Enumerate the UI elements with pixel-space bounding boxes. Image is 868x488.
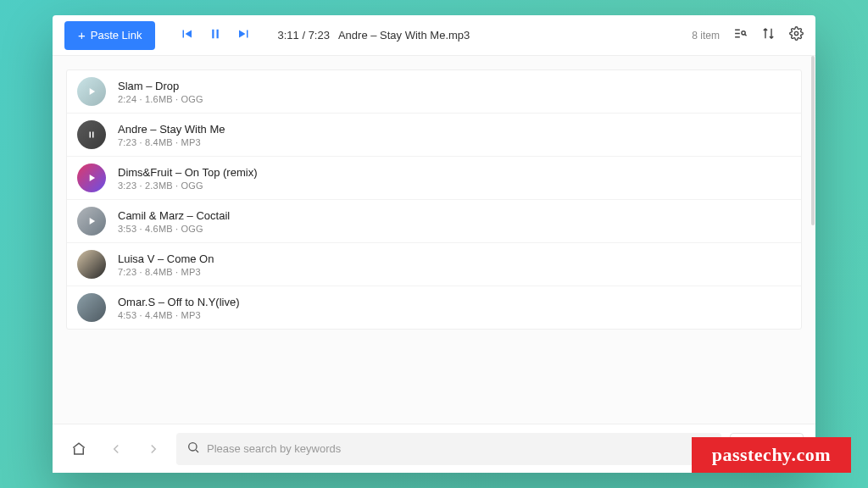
item-count: 8 item xyxy=(692,30,720,42)
track-title: Andre – Stay With Me xyxy=(118,123,225,136)
track-thumb[interactable] xyxy=(77,250,106,279)
play-icon xyxy=(86,86,97,97)
playback-info: 3:11 / 7:23 Andre – Stay With Me.mp3 xyxy=(277,29,470,42)
svg-point-1 xyxy=(794,31,798,35)
svg-point-0 xyxy=(742,31,745,35)
time-display: 3:11 / 7:23 xyxy=(277,29,329,42)
forward-icon[interactable] xyxy=(139,435,168,463)
pause-icon[interactable] xyxy=(208,26,223,45)
play-icon xyxy=(86,215,97,227)
track-format: OGG xyxy=(181,180,203,191)
track-duration: 7:23 xyxy=(118,267,136,277)
track-title: Dims&Fruit – On Top (remix) xyxy=(118,166,257,179)
now-playing-title: Andre – Stay With Me.mp3 xyxy=(338,29,470,42)
next-track-icon[interactable] xyxy=(236,26,252,45)
svg-point-2 xyxy=(189,442,197,450)
track-duration: 3:53 xyxy=(118,224,136,234)
track-text: Dims&Fruit – On Top (remix)3:23 · 2.3MB … xyxy=(118,166,257,191)
track-thumb[interactable] xyxy=(77,120,106,149)
paste-link-label: Paste Link xyxy=(91,29,142,42)
track-thumb[interactable] xyxy=(77,293,106,322)
track-list: Slam – Drop2:24 · 1.6MB · OGGAndre – Sta… xyxy=(66,69,802,330)
total-time: 7:23 xyxy=(309,29,330,42)
watermark: passtechy.com xyxy=(692,437,851,473)
header: + Paste Link 3:11 / 7:23 Andre – Stay Wi… xyxy=(53,15,815,56)
track-text: Luisa V – Come On7:23 · 8.4MB · MP3 xyxy=(118,252,214,277)
track-size: 8.4MB xyxy=(145,267,173,277)
header-right: 8 item xyxy=(692,26,804,44)
sort-icon[interactable] xyxy=(761,26,776,44)
elapsed-time: 3:11 xyxy=(277,29,298,42)
scrollbar[interactable] xyxy=(811,56,815,225)
track-format: MP3 xyxy=(181,137,201,147)
track-text: Omar.S – Off to N.Y(live)4:53 · 4.4MB · … xyxy=(118,296,240,320)
track-format: MP3 xyxy=(181,267,201,277)
prev-track-icon[interactable] xyxy=(179,26,194,45)
track-size: 4.4MB xyxy=(145,310,173,320)
search-box[interactable] xyxy=(176,433,721,465)
transport-controls xyxy=(179,26,252,45)
track-row[interactable]: Dims&Fruit – On Top (remix)3:23 · 2.3MB … xyxy=(67,157,801,200)
track-thumb[interactable] xyxy=(77,77,106,106)
track-title: Slam – Drop xyxy=(118,80,203,92)
plus-icon: + xyxy=(78,28,86,42)
track-title: Omar.S – Off to N.Y(live) xyxy=(118,296,240,308)
app-window: + Paste Link 3:11 / 7:23 Andre – Stay Wi… xyxy=(53,15,815,473)
gear-icon[interactable] xyxy=(789,26,804,44)
track-size: 2.3MB xyxy=(145,180,173,191)
track-size: 8.4MB xyxy=(145,137,173,147)
play-icon xyxy=(86,172,97,184)
track-format: OGG xyxy=(181,94,203,104)
track-meta: 4:53 · 4.4MB · MP3 xyxy=(118,310,240,320)
track-meta: 2:24 · 1.6MB · OGG xyxy=(118,94,203,104)
track-size: 4.6MB xyxy=(145,224,173,234)
track-thumb[interactable] xyxy=(77,207,106,236)
track-meta: 3:53 · 4.6MB · OGG xyxy=(118,224,230,234)
search-input[interactable] xyxy=(207,442,711,455)
track-text: Slam – Drop2:24 · 1.6MB · OGG xyxy=(118,80,203,104)
track-row[interactable]: Andre – Stay With Me7:23 · 8.4MB · MP3 xyxy=(67,114,801,157)
track-duration: 2:24 xyxy=(118,94,136,104)
track-thumb[interactable] xyxy=(77,164,106,192)
track-title: Luisa V – Come On xyxy=(118,252,214,265)
track-format: MP3 xyxy=(181,310,201,320)
track-meta: 7:23 · 8.4MB · MP3 xyxy=(118,267,214,277)
track-meta: 3:23 · 2.3MB · OGG xyxy=(118,180,257,191)
list-search-icon[interactable] xyxy=(733,26,748,44)
track-row[interactable]: Camil & Marz – Coctail3:53 · 4.6MB · OGG xyxy=(67,200,801,243)
search-icon xyxy=(186,441,200,458)
track-list-area: Slam – Drop2:24 · 1.6MB · OGGAndre – Sta… xyxy=(53,56,815,424)
home-icon[interactable] xyxy=(64,435,93,463)
track-title: Camil & Marz – Coctail xyxy=(118,209,230,222)
track-meta: 7:23 · 8.4MB · MP3 xyxy=(118,137,225,147)
track-duration: 4:53 xyxy=(118,310,136,320)
track-row[interactable]: Luisa V – Come On7:23 · 8.4MB · MP3 xyxy=(67,243,801,286)
track-row[interactable]: Omar.S – Off to N.Y(live)4:53 · 4.4MB · … xyxy=(67,286,801,329)
track-text: Camil & Marz – Coctail3:53 · 4.6MB · OGG xyxy=(118,209,230,234)
back-icon[interactable] xyxy=(102,435,131,463)
track-size: 1.6MB xyxy=(145,94,173,104)
track-duration: 3:23 xyxy=(118,180,136,191)
track-row[interactable]: Slam – Drop2:24 · 1.6MB · OGG xyxy=(67,70,801,114)
paste-link-button[interactable]: + Paste Link xyxy=(64,21,155,50)
pause-icon xyxy=(86,130,97,140)
track-text: Andre – Stay With Me7:23 · 8.4MB · MP3 xyxy=(118,123,225,147)
track-format: OGG xyxy=(181,224,203,234)
track-duration: 7:23 xyxy=(118,137,136,147)
